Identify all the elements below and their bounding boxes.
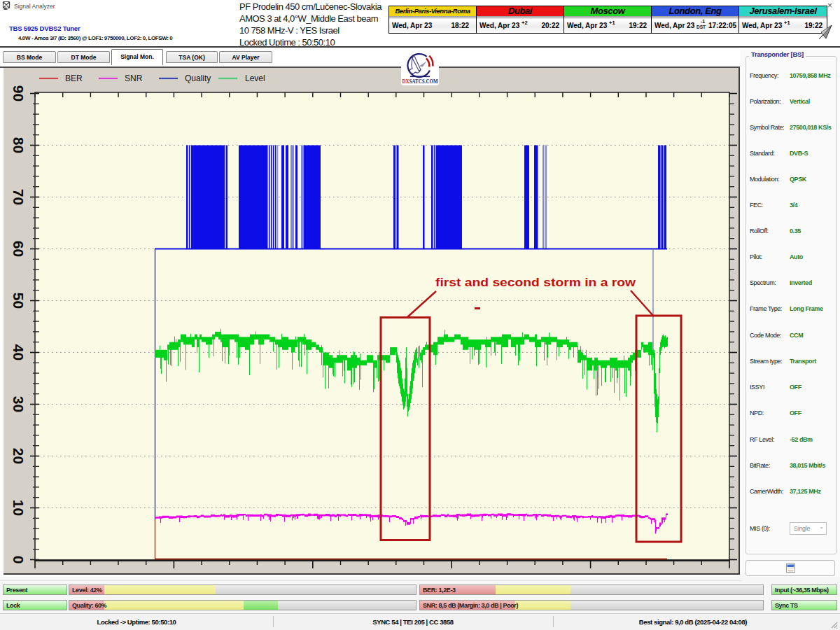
svg-text:50: 50 — [10, 293, 27, 309]
svg-text:90: 90 — [10, 85, 27, 102]
svg-text:DXSATCS.COM: DXSATCS.COM — [402, 78, 438, 85]
svg-text:20: 20 — [10, 448, 27, 464]
svg-text:60: 60 — [10, 241, 27, 257]
svg-text:80: 80 — [10, 137, 27, 153]
svg-text:first and second storm in a ro: first and second storm in a row — [435, 276, 636, 288]
svg-text:40: 40 — [10, 344, 27, 360]
svg-text:70: 70 — [10, 189, 27, 205]
svg-text:30: 30 — [10, 396, 27, 412]
svg-text:0: 0 — [10, 556, 27, 564]
svg-text:Quality: Quality — [185, 74, 211, 83]
svg-text:SNR: SNR — [125, 74, 143, 83]
svg-text:10: 10 — [10, 500, 27, 516]
svg-text:Level: Level — [245, 74, 265, 83]
svg-text:BER: BER — [65, 74, 83, 83]
